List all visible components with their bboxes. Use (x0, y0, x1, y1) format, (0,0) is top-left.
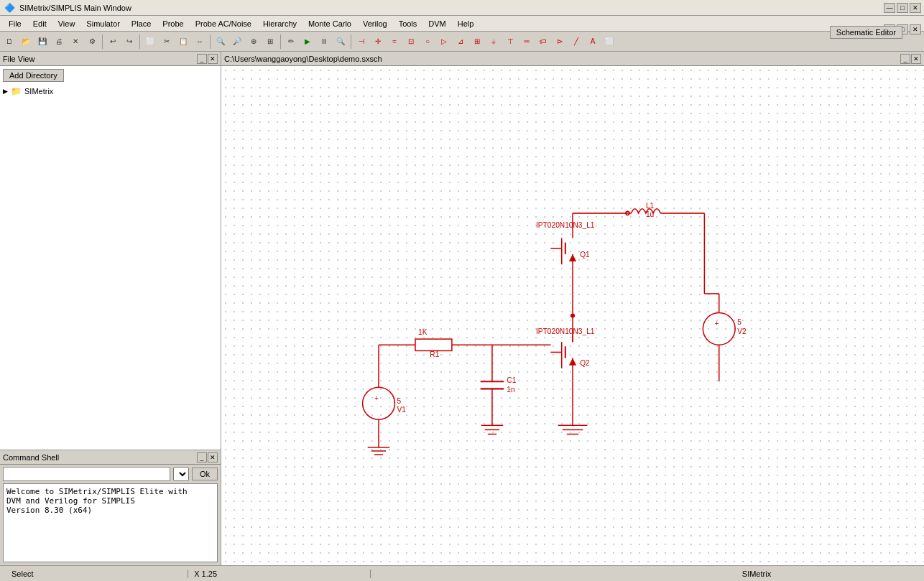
menu-view[interactable]: View (52, 18, 81, 29)
menu-help[interactable]: Help (452, 18, 480, 29)
command-output: Welcome to SIMetrix/SIMPLIS Elite with D… (3, 483, 218, 562)
toolbar-zoom-out[interactable]: 🔎 (229, 34, 245, 50)
toolbar-pause[interactable]: ⏸ (316, 34, 332, 50)
toolbar-image[interactable]: ⬜ (601, 34, 617, 50)
toolbar-paste[interactable]: 📋 (175, 34, 191, 50)
toolbar-mosfet[interactable]: ⊞ (469, 34, 485, 50)
menu-tools[interactable]: Tools (393, 18, 423, 29)
circuit-diagram: + 5 V1 1K R1 (221, 66, 924, 565)
menu-file[interactable]: File (3, 18, 27, 29)
toolbar-zoom-in[interactable]: 🔍 (213, 34, 228, 50)
close-button[interactable]: ✕ (910, 3, 921, 13)
command-shell-title: Command Shell (3, 453, 59, 462)
app-title: SIMetrix/SIMPLIS Main Window (19, 4, 131, 12)
command-input[interactable] (3, 467, 170, 481)
svg-point-0 (363, 387, 395, 419)
toolbar-save[interactable]: 💾 (34, 34, 50, 50)
file-view-collapse[interactable]: _ (197, 54, 207, 64)
toolbar-divider-2 (139, 34, 140, 49)
svg-text:V1: V1 (397, 406, 407, 414)
toolbar-junction[interactable]: ✛ (370, 34, 386, 50)
svg-text:IPT020N10N3_L1: IPT020N10N3_L1 (536, 221, 595, 229)
menu-probe[interactable]: Probe (157, 18, 189, 29)
toolbar-vcc[interactable]: ⊤ (502, 34, 518, 50)
menu-dvm[interactable]: DVM (422, 18, 451, 29)
menu-place[interactable]: Place (126, 18, 157, 29)
statusbar: Select X 1.25 SIMetrix (0, 565, 924, 581)
folder-icon: 📁 (11, 86, 22, 96)
menu-probe-ac-noise[interactable]: Probe AC/Noise (190, 18, 257, 29)
toolbar-mirror-x[interactable]: ↔ (192, 34, 208, 50)
toolbar-run[interactable]: ▶ (300, 34, 315, 50)
add-directory-button[interactable]: Add Directory (3, 69, 64, 82)
menu-edit[interactable]: Edit (27, 18, 52, 29)
svg-text:L1: L1 (646, 202, 655, 210)
svg-text:Q1: Q1 (580, 251, 590, 259)
toolbar-zoom-fit[interactable]: ⊕ (246, 34, 262, 50)
minimize-button[interactable]: — (884, 3, 895, 13)
menu-hierarchy[interactable]: Hierarchy (257, 18, 302, 29)
main-layout: File View _ ✕ Add Directory ▶ 📁 SIMetrix… (0, 52, 924, 565)
toolbar-zoom-area[interactable]: ⊞ (262, 34, 278, 50)
command-dropdown[interactable] (173, 467, 189, 481)
command-shell: Command Shell _ ✕ Ok Welcome to SIMetrix… (0, 450, 221, 565)
svg-text:1K: 1K (418, 328, 428, 336)
toolbar-copy[interactable]: ⬜ (142, 34, 158, 50)
titlebar: 🔷 SIMetrix/SIMPLIS Main Window — □ ✕ (0, 0, 924, 16)
tree-arrow: ▶ (3, 88, 8, 95)
file-view-title: File View (3, 55, 34, 63)
schematic-close[interactable]: ✕ (911, 54, 921, 64)
toolbar-bjt[interactable]: ⊿ (453, 34, 468, 50)
tree-item-simetrix[interactable]: ▶ 📁 SIMetrix (0, 85, 221, 98)
svg-text:+: + (374, 394, 379, 402)
menu-simulator[interactable]: Simulator (80, 18, 125, 29)
toolbar-close[interactable]: ✕ (68, 34, 83, 50)
schematic-collapse[interactable]: _ (900, 54, 910, 64)
toolbar-ground[interactable]: ⏚ (486, 34, 502, 50)
tree-label-simetrix: SIMetrix (24, 87, 53, 96)
title-icon: 🔷 (4, 3, 15, 13)
menu-verilog[interactable]: Verilog (357, 18, 393, 29)
toolbar-inductor[interactable]: ≈ (387, 34, 402, 50)
file-view-close[interactable]: ✕ (208, 54, 218, 64)
file-view-content: Add Directory ▶ 📁 SIMetrix (0, 66, 221, 450)
command-ok-button[interactable]: Ok (192, 468, 218, 480)
toolbar-net-label[interactable]: 🏷 (535, 34, 551, 50)
toolbar-new[interactable]: 🗋 (1, 34, 17, 50)
toolbar-bus[interactable]: ═ (519, 34, 535, 50)
svg-text:IPT020N10N3_L1: IPT020N10N3_L1 (536, 327, 595, 335)
toolbar-print[interactable]: 🖨 (51, 34, 67, 50)
file-view-header: File View _ ✕ (0, 52, 221, 66)
toolbar-line[interactable]: ╱ (568, 34, 584, 50)
command-shell-collapse[interactable]: _ (197, 452, 207, 463)
schematic-canvas[interactable]: + 5 V1 1K R1 (221, 66, 924, 565)
schematic-panel: C:\Users\wanggaoyong\Desktop\demo.sxsch … (221, 52, 924, 565)
toolbar-open[interactable]: 📂 (18, 34, 34, 50)
maximize-button[interactable]: □ (897, 3, 908, 13)
toolbar: 🗋 📂 💾 🖨 ✕ ⚙ ↩ ↪ ⬜ ✂ 📋 ↔ 🔍 🔎 ⊕ ⊞ ✏ ▶ ⏸ 🔍 … (0, 32, 924, 52)
toolbar-redo[interactable]: ↪ (121, 34, 137, 50)
toolbar-resistor[interactable]: ⊡ (403, 34, 419, 50)
toolbar-probe[interactable]: 🔍 (333, 34, 348, 50)
svg-text:5: 5 (737, 318, 741, 326)
menu-monte-carlo[interactable]: Monte Carlo (302, 18, 357, 29)
toolbar-pencil[interactable]: ✏ (283, 34, 299, 50)
svg-text:1n: 1n (507, 386, 514, 394)
toolbar-divider-1 (102, 34, 103, 49)
command-shell-close[interactable]: ✕ (208, 452, 218, 463)
schematic-header: C:\Users\wanggaoyong\Desktop\demo.sxsch … (221, 52, 924, 66)
toolbar-undo[interactable]: ↩ (105, 34, 121, 50)
schematic-close-btn[interactable]: ✕ (910, 24, 921, 34)
toolbar-capacitor[interactable]: ○ (420, 34, 435, 50)
toolbar-diode[interactable]: ▷ (436, 34, 452, 50)
toolbar-properties[interactable]: ⚙ (84, 34, 100, 50)
toolbar-wire[interactable]: ⊣ (354, 34, 369, 50)
status-mode: Select (6, 570, 188, 578)
svg-marker-30 (569, 358, 576, 366)
toolbar-port[interactable]: ⊳ (552, 34, 568, 50)
toolbar-cut[interactable]: ✂ (159, 34, 175, 50)
command-shell-header: Command Shell _ ✕ (0, 450, 221, 465)
svg-text:+: + (715, 320, 719, 327)
svg-point-43 (570, 313, 575, 317)
toolbar-text[interactable]: A (585, 34, 601, 50)
